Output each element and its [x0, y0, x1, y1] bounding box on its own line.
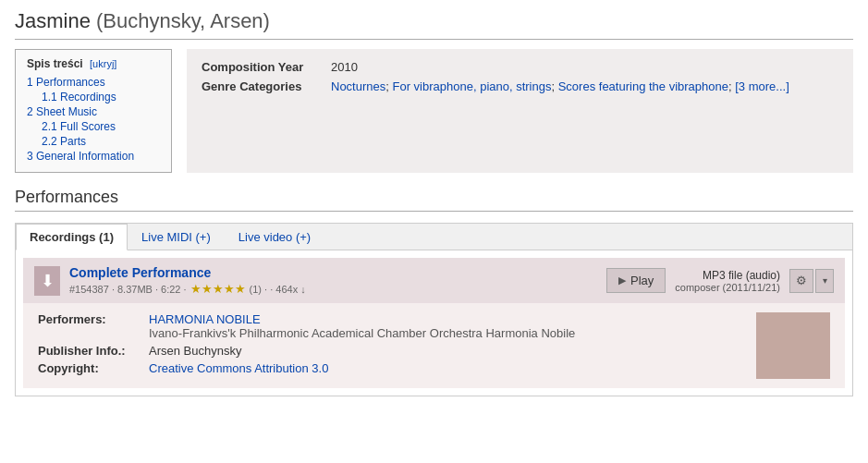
genre-link-nocturnes[interactable]: Nocturnes	[331, 79, 385, 93]
performances-tabs-container: Recordings (1) Live MIDI (+) Live video …	[15, 223, 853, 396]
uploader-info: composer (2011/11/21)	[675, 282, 780, 293]
comp-year-value: 2010	[331, 60, 358, 74]
recording-rating-count: (1) · · 464x ↓	[250, 284, 306, 295]
toc-link-2-1[interactable]: 2.1 Full Scores	[42, 120, 116, 133]
action-buttons: ⚙ ▾	[789, 269, 834, 293]
performers-value: HARMONIA NOBILE Ivano-Frankivs'k Philhar…	[149, 312, 575, 340]
details-thumbnail	[756, 312, 830, 379]
top-section: Spis treści [ukryj] 1 Performances 1.1 R…	[15, 49, 853, 173]
tab-recordings[interactable]: Recordings (1)	[16, 224, 128, 250]
performers-sub: Ivano-Frankivs'k Philharmonic Academical…	[149, 326, 575, 340]
toc-link-2[interactable]: 2 Sheet Music	[27, 105, 97, 118]
copyright-row: Copyright: Creative Commons Attribution …	[38, 361, 756, 375]
copyright-link[interactable]: Creative Commons Attribution 3.0	[149, 361, 328, 375]
comp-year-label: Composition Year	[202, 60, 331, 74]
recording-file-info: MP3 file (audio) composer (2011/11/21)	[675, 269, 780, 293]
tab-live-video[interactable]: Live video (+)	[225, 224, 324, 250]
copyright-label: Copyright:	[38, 361, 149, 375]
gear-button[interactable]: ⚙	[789, 269, 813, 293]
copyright-value: Creative Commons Attribution 3.0	[149, 361, 328, 375]
recording-details: Performers: HARMONIA NOBILE Ivano-Franki…	[23, 303, 845, 388]
publisher-label: Publisher Info.:	[38, 344, 149, 358]
toc-item-2-1: 2.1 Full Scores	[42, 120, 160, 133]
toc-link-1-1[interactable]: 1.1 Recordings	[42, 91, 116, 104]
genre-link-more[interactable]: [3 more...]	[735, 79, 789, 93]
toc-link-2-2[interactable]: 2.2 Parts	[42, 135, 86, 148]
tab-live-midi[interactable]: Live MIDI (+)	[128, 224, 225, 250]
recording-stars: ★★★★★	[190, 282, 246, 296]
page-title: Jasmine (Buchynsky, Arsen)	[15, 9, 853, 40]
chevron-down-icon: ▾	[823, 275, 827, 286]
toc-item-2-2: 2.2 Parts	[42, 135, 160, 148]
title-main: Jasmine	[15, 9, 91, 32]
dropdown-button[interactable]: ▾	[815, 269, 834, 293]
publisher-value: Arsen Buchynsky	[149, 344, 241, 358]
recording-title[interactable]: Complete Performance	[69, 265, 211, 280]
toc-item-3: 3 General Information	[27, 150, 160, 163]
recording-id: #154387 · 8.37MB · 6:22 ·	[69, 284, 187, 295]
toc-link-3[interactable]: 3 General Information	[27, 150, 134, 163]
performers-main-link[interactable]: HARMONIA NOBILE	[149, 312, 261, 326]
tabs-bar: Recordings (1) Live MIDI (+) Live video …	[16, 224, 852, 250]
comp-genre-value: Nocturnes; For vibraphone, piano, string…	[331, 79, 789, 93]
play-triangle-icon: ▶	[618, 274, 626, 286]
toc-item-2: 2 Sheet Music	[27, 105, 160, 118]
performances-heading: Performances	[15, 188, 853, 212]
comp-genre-row: Genre Categories Nocturnes; For vibrapho…	[202, 79, 838, 93]
recording-entry: ⬇ Complete Performance #154387 · 8.37MB …	[23, 258, 845, 303]
publisher-row: Publisher Info.: Arsen Buchynsky	[38, 344, 756, 358]
play-button[interactable]: ▶ Play	[606, 268, 666, 293]
comp-genre-label: Genre Categories	[202, 79, 331, 93]
toc-link-1[interactable]: 1 Performances	[27, 76, 105, 89]
recording-meta: #154387 · 8.37MB · 6:22 · ★★★★★ (1) · · …	[69, 282, 597, 296]
file-type: MP3 file (audio)	[675, 269, 780, 282]
performers-row: Performers: HARMONIA NOBILE Ivano-Franki…	[38, 312, 756, 340]
genre-link-vibraphone-piano[interactable]: For vibraphone, piano, strings	[392, 79, 551, 93]
comp-year-row: Composition Year 2010	[202, 60, 838, 74]
toc-item-1: 1 Performances	[27, 76, 160, 89]
performers-label: Performers:	[38, 312, 149, 340]
toc-header: Spis treści [ukryj]	[27, 57, 160, 70]
toc-item-1-1: 1.1 Recordings	[42, 91, 160, 104]
genre-link-scores-vibraphone[interactable]: Scores featuring the vibraphone	[558, 79, 728, 93]
download-icon-box[interactable]: ⬇	[34, 266, 60, 296]
download-arrow-icon: ⬇	[41, 273, 55, 289]
toc-title: Spis treści	[27, 57, 83, 70]
recording-main: Complete Performance #154387 · 8.37MB · …	[69, 265, 597, 296]
title-paren: (Buchynsky, Arsen)	[96, 9, 270, 32]
table-of-contents: Spis treści [ukryj] 1 Performances 1.1 R…	[15, 49, 172, 173]
toc-toggle[interactable]: [ukryj]	[90, 58, 116, 69]
composition-info: Composition Year 2010 Genre Categories N…	[187, 49, 853, 173]
details-left: Performers: HARMONIA NOBILE Ivano-Franki…	[38, 312, 756, 379]
gear-icon: ⚙	[796, 274, 807, 287]
